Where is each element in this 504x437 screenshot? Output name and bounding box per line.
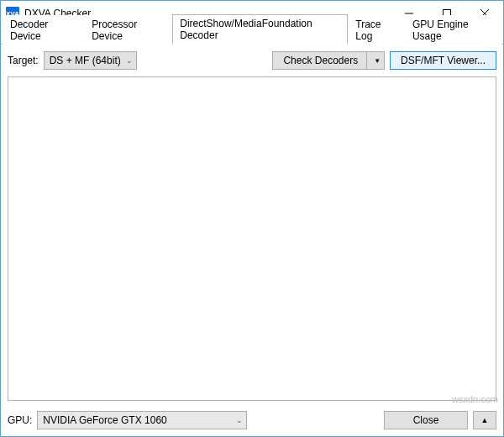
target-combo[interactable]: DS + MF (64bit) ⌄ (44, 51, 137, 70)
chevron-down-icon: ⌄ (126, 56, 133, 65)
dropdown-arrow-icon[interactable]: ▼ (366, 52, 381, 69)
gpu-label: GPU: (8, 414, 32, 426)
gpu-combo-value: NVIDIA GeForce GTX 1060 (43, 414, 166, 426)
target-combo-value: DS + MF (64bit) (50, 55, 121, 66)
tab-decoder-device[interactable]: Decoder Device (3, 15, 84, 45)
chevron-down-icon: ⌄ (236, 416, 243, 424)
tab-directshow-decoder[interactable]: DirectShow/MediaFoundation Decoder (172, 14, 348, 45)
tab-strip: Decoder Device Processor Device DirectSh… (1, 26, 503, 45)
dsf-mft-viewer-label: DSF/MFT Viewer... (401, 55, 486, 66)
tab-processor-device[interactable]: Processor Device (84, 15, 172, 45)
gpu-combo[interactable]: NVIDIA GeForce GTX 1060 ⌄ (37, 411, 247, 429)
decoder-list-area[interactable] (8, 76, 496, 401)
target-label: Target: (8, 55, 39, 66)
check-decoders-button[interactable]: Check Decoders ▼ (272, 51, 385, 70)
triangle-up-icon: ▲ (481, 416, 489, 424)
footer: GPU: NVIDIA GeForce GTX 1060 ⌄ Close ▲ (1, 406, 503, 436)
check-decoders-label: Check Decoders (283, 55, 358, 66)
close-button[interactable]: Close (384, 411, 468, 429)
dsf-mft-viewer-button[interactable]: DSF/MFT Viewer... (390, 51, 496, 70)
tab-gpu-engine-usage[interactable]: GPU Engine Usage (405, 15, 501, 45)
close-button-label: Close (413, 414, 439, 426)
toolbar: Target: DS + MF (64bit) ⌄ Check Decoders… (1, 45, 503, 76)
expand-up-button[interactable]: ▲ (473, 411, 496, 429)
tab-trace-log[interactable]: Trace Log (348, 15, 405, 45)
app-window: XVA DXVA Checker Decoder Device Processo… (0, 0, 504, 437)
